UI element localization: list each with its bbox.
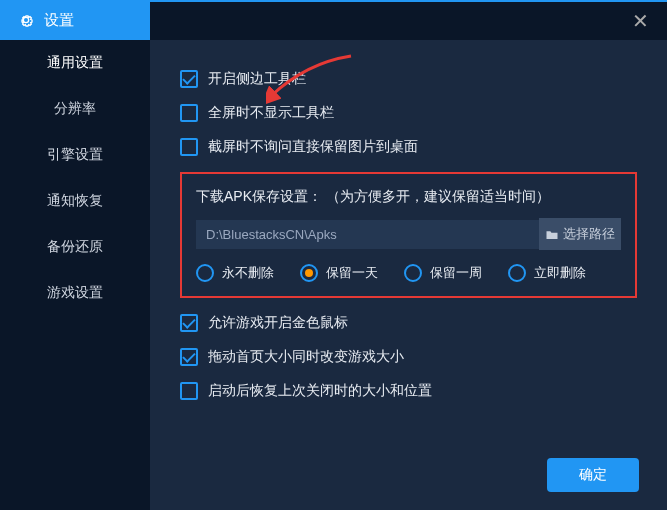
apk-path-input[interactable] bbox=[196, 220, 539, 249]
radio-circle bbox=[508, 264, 526, 282]
sidebar-item-resolution[interactable]: 分辨率 bbox=[0, 86, 150, 132]
checkbox-fullscreen-toolbar[interactable] bbox=[180, 104, 198, 122]
radio-label: 永不删除 bbox=[222, 264, 274, 282]
label-gold-mouse: 允许游戏开启金色鼠标 bbox=[208, 314, 348, 332]
apk-save-section: 下载APK保存设置： （为方便多开，建议保留适当时间） 选择路径 永不删除 保留… bbox=[180, 172, 637, 298]
radio-circle bbox=[196, 264, 214, 282]
sidebar: 设置 通用设置 分辨率 引擎设置 通知恢复 备份还原 游戏设置 bbox=[0, 40, 150, 510]
checkbox-side-toolbar[interactable] bbox=[180, 70, 198, 88]
sidebar-item-engine[interactable]: 引擎设置 bbox=[0, 132, 150, 178]
label-side-toolbar: 开启侧边工具栏 bbox=[208, 70, 306, 88]
sidebar-item-game[interactable]: 游戏设置 bbox=[0, 270, 150, 316]
radio-keep-one-day[interactable]: 保留一天 bbox=[300, 264, 378, 282]
checkbox-gold-mouse[interactable] bbox=[180, 314, 198, 332]
browse-path-button[interactable]: 选择路径 bbox=[539, 218, 621, 250]
apk-title: 下载APK保存设置： （为方便多开，建议保留适当时间） bbox=[196, 188, 621, 206]
gear-icon bbox=[18, 12, 34, 28]
radio-circle bbox=[404, 264, 422, 282]
main-panel: 开启侧边工具栏 全屏时不显示工具栏 截屏时不询问直接保留图片到桌面 下载APK保… bbox=[150, 40, 667, 510]
label-fullscreen-toolbar: 全屏时不显示工具栏 bbox=[208, 104, 334, 122]
folder-icon bbox=[545, 229, 559, 240]
settings-header: 设置 bbox=[0, 0, 150, 40]
radio-label: 保留一天 bbox=[326, 264, 378, 282]
sidebar-item-backup[interactable]: 备份还原 bbox=[0, 224, 150, 270]
radio-circle bbox=[300, 264, 318, 282]
close-icon[interactable]: ✕ bbox=[614, 9, 667, 33]
sidebar-item-notification[interactable]: 通知恢复 bbox=[0, 178, 150, 224]
sidebar-item-general[interactable]: 通用设置 bbox=[0, 40, 150, 86]
label-resize-game: 拖动首页大小同时改变游戏大小 bbox=[208, 348, 404, 366]
radio-label: 保留一周 bbox=[430, 264, 482, 282]
label-screenshot-desktop: 截屏时不询问直接保留图片到桌面 bbox=[208, 138, 418, 156]
label-restore-size: 启动后恢复上次关闭时的大小和位置 bbox=[208, 382, 432, 400]
radio-delete-now[interactable]: 立即删除 bbox=[508, 264, 586, 282]
ok-button[interactable]: 确定 bbox=[547, 458, 639, 492]
radio-label: 立即删除 bbox=[534, 264, 586, 282]
settings-title: 设置 bbox=[44, 11, 74, 30]
radio-keep-one-week[interactable]: 保留一周 bbox=[404, 264, 482, 282]
browse-label: 选择路径 bbox=[563, 225, 615, 243]
checkbox-screenshot-desktop[interactable] bbox=[180, 138, 198, 156]
radio-never-delete[interactable]: 永不删除 bbox=[196, 264, 274, 282]
checkbox-restore-size[interactable] bbox=[180, 382, 198, 400]
checkbox-resize-game[interactable] bbox=[180, 348, 198, 366]
